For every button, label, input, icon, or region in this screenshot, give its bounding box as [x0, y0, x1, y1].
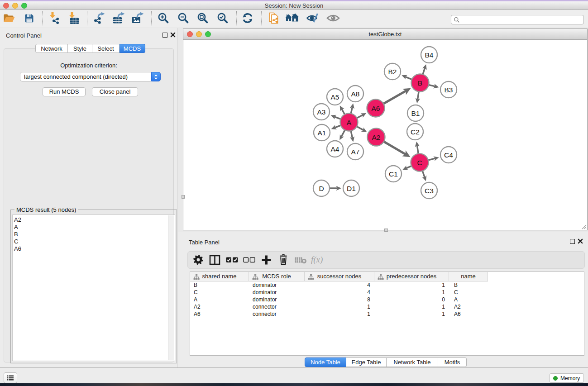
network-graph[interactable]: AA1A2A3A4A5A6A7A8BB1B2B3B4CC1C2C3C4DD1	[183, 40, 587, 230]
cell-mcds_role: dominator	[253, 296, 277, 303]
gear-button[interactable]	[191, 254, 205, 267]
cell-predecessor_nodes: 1	[374, 310, 445, 318]
cell-successor_nodes: 1	[305, 303, 370, 310]
table-tab-node-table[interactable]: Node Table	[305, 357, 346, 367]
column-header-name[interactable]: name	[449, 272, 488, 281]
cell-mcds_role: dominator	[253, 289, 277, 296]
cell-predecessor_nodes: 1	[374, 289, 445, 296]
search-box[interactable]	[451, 15, 584, 24]
main-toolbar	[0, 10, 588, 28]
zoom-selected-button[interactable]	[216, 13, 229, 25]
control-panel-float-button[interactable]	[163, 33, 167, 38]
result-scrollbar[interactable]	[168, 215, 174, 360]
control-tab-select[interactable]: Select	[92, 44, 120, 53]
column-header-successor-nodes[interactable]: successor nodes	[305, 272, 374, 281]
cell-predecessor_nodes: 1	[374, 281, 445, 289]
houses-icon	[285, 12, 300, 26]
network-canvas[interactable]: AA1A2A3A4A5A6A7A8BB1B2B3B4CC1C2C3C4DD1	[183, 40, 587, 230]
table-tab-motifs[interactable]: Motifs	[438, 357, 467, 367]
left-resize-handle[interactable]	[182, 195, 185, 199]
trash-button[interactable]	[277, 254, 290, 267]
toolbar-separator	[236, 11, 237, 26]
function-builder-button[interactable]: f(x)	[311, 255, 323, 265]
table-panel-close-button[interactable]	[578, 238, 583, 244]
bottom-resize-handle[interactable]	[384, 229, 388, 232]
control-panel-title: Control Panel	[6, 32, 42, 39]
table-row[interactable]: A6connector11A6	[190, 310, 584, 318]
memory-button[interactable]: Memory	[550, 373, 584, 383]
cell-predecessor_nodes: 0	[374, 296, 445, 303]
table-row[interactable]: Cdominator41C	[190, 289, 584, 296]
column-header-shared-name[interactable]: shared name	[190, 272, 249, 281]
table-row[interactable]: A2connector11A2	[190, 303, 584, 310]
clone-network-icon	[268, 12, 280, 26]
export-network-button[interactable]	[93, 13, 105, 25]
mcds-result-item[interactable]: A	[13, 224, 175, 231]
plus-button[interactable]	[259, 254, 273, 267]
export-image-icon	[131, 12, 144, 26]
resize-grip-icon[interactable]	[581, 224, 587, 229]
mcds-result-item[interactable]: B	[13, 231, 175, 238]
table-row[interactable]: Bdominator41B	[190, 281, 584, 289]
save-session-button[interactable]	[23, 13, 35, 25]
show-eye-button[interactable]	[327, 13, 339, 25]
node-table[interactable]: shared nameMCDS rolesuccessor nodesprede…	[190, 272, 584, 356]
unchecked-pair-button[interactable]	[242, 254, 256, 267]
import-network-icon	[48, 12, 60, 26]
network-window-titlebar[interactable]: testGlobe.txt	[183, 29, 587, 40]
control-tab-mcds[interactable]: MCDS	[120, 44, 145, 53]
import-network-button[interactable]	[48, 13, 61, 25]
table-delete-button[interactable]	[294, 254, 307, 267]
control-tab-network[interactable]: Network	[35, 44, 68, 53]
houses-button[interactable]	[286, 13, 299, 25]
export-table-button[interactable]	[112, 13, 125, 25]
run-mcds-button[interactable]: Run MCDS	[43, 87, 86, 96]
optimization-criterion-label: Optimization criterion:	[4, 62, 173, 69]
split-columns-icon	[209, 255, 220, 267]
criterion-dropdown[interactable]: largest connected component (directed)	[20, 72, 161, 81]
unchecked-pair-icon	[243, 257, 255, 265]
close-panel-button[interactable]: Close panel	[92, 87, 138, 96]
app-titlebar[interactable]: Session: New Session	[0, 1, 588, 10]
split-columns-button[interactable]	[208, 254, 221, 267]
app-window: Session: New Session Control Panel Netwo…	[0, 1, 588, 383]
open-session-icon	[3, 12, 15, 26]
table-tab-network-table[interactable]: Network Table	[387, 357, 438, 367]
mcds-result-item[interactable]: A6	[13, 245, 175, 253]
close-icon	[170, 32, 176, 38]
mcds-result-item[interactable]: C	[13, 238, 175, 245]
control-tab-style[interactable]: Style	[68, 44, 92, 53]
import-table-button[interactable]	[67, 13, 80, 25]
zoom-in-button[interactable]	[157, 13, 170, 25]
graph-node-label: A6	[372, 105, 380, 112]
hide-selected-button[interactable]	[306, 13, 319, 25]
checked-pair-button[interactable]	[225, 254, 239, 267]
column-header-predecessor-nodes[interactable]: predecessor nodes	[374, 272, 449, 281]
plus-icon	[261, 254, 272, 267]
refresh-button[interactable]	[241, 13, 254, 25]
show-panels-button[interactable]	[4, 372, 17, 383]
save-session-icon	[24, 13, 35, 26]
table-panel-float-button[interactable]	[570, 239, 575, 244]
table-toolbar: f(x)	[187, 251, 585, 269]
table-tab-edge-table[interactable]: Edge Table	[346, 357, 387, 367]
mcds-result-list[interactable]: A2ABCA6	[12, 214, 175, 361]
checked-pair-icon	[226, 257, 238, 265]
cell-successor_nodes: 4	[305, 281, 370, 289]
network-window-title: testGlobe.txt	[183, 29, 587, 40]
status-bar: Memory	[0, 367, 588, 383]
zoom-in-icon	[157, 12, 170, 26]
column-header-MCDS-role[interactable]: MCDS role	[249, 272, 305, 281]
zoom-out-button[interactable]	[177, 13, 190, 25]
table-row[interactable]: Adominator80A	[190, 296, 584, 303]
graph-node-label: A7	[351, 148, 360, 156]
zoom-fit-button[interactable]	[196, 13, 209, 25]
export-image-button[interactable]	[131, 13, 144, 25]
refresh-icon	[242, 12, 253, 26]
mcds-result-item[interactable]: A2	[13, 216, 175, 224]
control-panel-close-button[interactable]	[170, 32, 176, 38]
cell-shared_name: A6	[194, 310, 201, 318]
open-session-button[interactable]	[3, 13, 15, 25]
graph-node-label: D	[319, 185, 324, 192]
clone-network-button[interactable]	[267, 13, 280, 25]
